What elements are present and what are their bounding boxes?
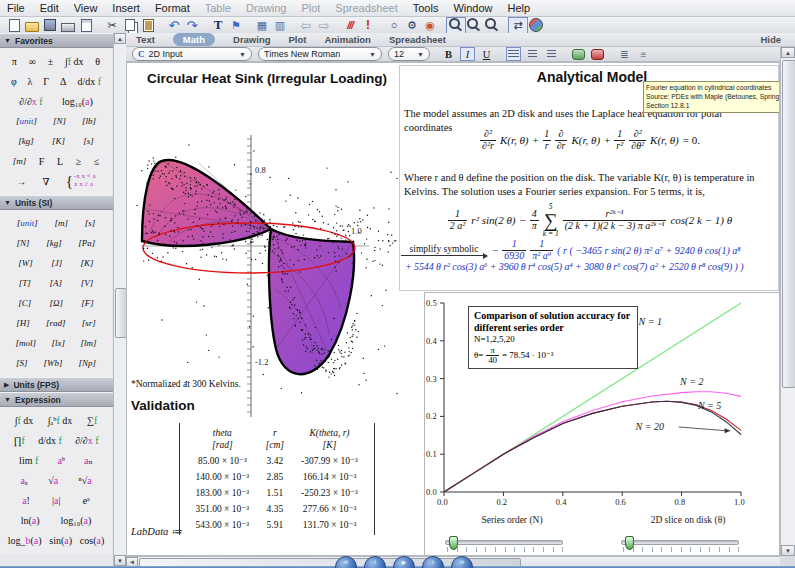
record-icon[interactable]: ◉	[421, 18, 439, 33]
palette-button[interactable]: log₁₀(a)	[59, 515, 92, 526]
palette-button[interactable]: ∇	[42, 176, 51, 187]
palette-button[interactable]: [kg]	[45, 238, 63, 248]
table-row[interactable]: 543.00 × 10⁻³5.91131.70 × 10⁻³	[184, 517, 370, 533]
palette-button[interactable]: ∑f	[86, 415, 98, 426]
table-row[interactable]: 351.00 × 10⁻³4.35277.66 × 10⁻³	[184, 501, 370, 517]
palette-button[interactable]: [N]	[16, 238, 31, 248]
disk-slice-slider[interactable]	[621, 540, 739, 545]
align-center-button[interactable]	[526, 48, 539, 60]
comment-button[interactable]	[572, 48, 585, 60]
palette-button[interactable]: ⁿ√a	[77, 475, 92, 486]
resources-icon[interactable]	[527, 18, 545, 33]
swap-icon[interactable]: ⇄	[509, 18, 527, 33]
palette-button[interactable]: [s]	[82, 136, 95, 146]
palette-button[interactable]: [K]	[51, 136, 66, 146]
palette-button[interactable]: log₁₀(a)	[61, 96, 94, 107]
palette-button[interactable]: ≥	[75, 156, 83, 167]
footnote[interactable]: *Normalized at 300 Kelvins.	[131, 379, 241, 389]
tab-animation[interactable]: Animation	[324, 34, 370, 45]
table-frame-icon[interactable]: ▥	[271, 18, 289, 33]
palette-button[interactable]: [F]	[80, 298, 95, 308]
palette-button[interactable]: [rad]	[45, 318, 67, 328]
redo-icon[interactable]: ↷	[183, 18, 201, 33]
palette-button[interactable]: [Wb]	[42, 358, 63, 368]
tab-plot[interactable]: Plot	[289, 34, 307, 45]
palette-button[interactable]: L	[56, 156, 64, 167]
palette-button[interactable]: log_b(a)	[7, 535, 43, 546]
text-tool-icon[interactable]: T	[209, 18, 227, 33]
palette-button[interactable]: ∏f	[12, 435, 26, 446]
table-row[interactable]: 140.00 × 10⁻³2.85166.14 × 10⁻³	[184, 469, 370, 485]
palette-button[interactable]: d/dx f	[37, 435, 63, 446]
palette-button[interactable]: Γ	[42, 76, 50, 87]
menu-item-view[interactable]: View	[74, 2, 98, 14]
align-right-button[interactable]	[545, 48, 558, 60]
sidebar-scrollbar[interactable]: ▲ ▼	[113, 33, 126, 566]
flag-icon[interactable]: ⚑	[227, 18, 245, 33]
palette-button[interactable]: [m]	[53, 218, 69, 228]
palette-button[interactable]: aₙ	[83, 455, 94, 466]
underline-button[interactable]: U	[480, 48, 493, 60]
palette-button[interactable]: Δ	[59, 76, 67, 87]
cut-icon[interactable]: ✂	[103, 18, 121, 33]
forward-arrow-icon[interactable]: ⇨	[315, 18, 333, 33]
italic-button[interactable]: I	[461, 48, 474, 60]
laplace-equation[interactable]: ∂²∂²r K(r, θ) + 1r ∂∂r K(r, θ) + 1r² ∂²∂…	[404, 129, 776, 151]
palette-button[interactable]: [Pa]	[77, 238, 96, 248]
save-icon[interactable]	[41, 18, 59, 33]
open-folder-icon[interactable]	[23, 18, 41, 33]
palette-button[interactable]: θ	[94, 56, 101, 67]
hide-button[interactable]: Hide	[760, 34, 781, 45]
copy-icon[interactable]	[121, 18, 139, 33]
worksheet-title[interactable]: Circular Heat Sink (Irregular Loading)	[137, 71, 397, 86]
palette-button[interactable]: φ	[10, 76, 18, 87]
series-order-slider[interactable]	[445, 540, 563, 545]
palette-button[interactable]: [unit]	[16, 218, 39, 228]
sidebar-scroll-up-icon[interactable]: ▲	[114, 33, 126, 44]
palette-button[interactable]: lim f	[18, 455, 39, 466]
palette-button[interactable]: [H]	[15, 318, 31, 328]
bold-button[interactable]: B	[442, 48, 455, 60]
palette-button[interactable]: [mol]	[14, 338, 37, 348]
settings-gear-icon[interactable]: ⚙	[403, 18, 421, 33]
table-row[interactable]: 85.00 × 10⁻³3.42-307.99 × 10⁻³	[184, 453, 370, 469]
panel-header-units-si-[interactable]: ▼Units (SI)	[0, 195, 125, 210]
palette-button[interactable]: [lm]	[79, 338, 97, 348]
palette-button[interactable]: [W]	[17, 258, 34, 268]
annotation-button[interactable]	[591, 48, 604, 60]
sidebar-scroll-down-icon[interactable]: ▼	[114, 555, 126, 566]
tab-math[interactable]: Math	[173, 33, 215, 46]
menu-item-window[interactable]: Window	[453, 2, 492, 14]
table-icon[interactable]: ▦	[253, 18, 271, 33]
font-size-selector[interactable]: 12 ▼	[388, 47, 430, 61]
palette-button[interactable]: [A]	[48, 278, 63, 288]
vertical-scrollbar[interactable]: ▲ ▼	[780, 47, 795, 556]
palette-button[interactable]: [kg]	[17, 136, 35, 146]
menu-item-spreadsheet[interactable]: Spreadsheet	[335, 2, 397, 14]
palette-button[interactable]: →	[15, 176, 27, 187]
zoom-area-icon[interactable]	[447, 18, 465, 33]
table-row[interactable]: 183.00 × 10⁻³1.51-250.23 × 10⁻³	[184, 485, 370, 501]
menu-item-tools[interactable]: Tools	[413, 2, 439, 14]
new-document-icon[interactable]	[5, 18, 23, 33]
palette-button[interactable]: aₓ	[19, 475, 28, 486]
palette-button[interactable]: ≤	[93, 156, 101, 167]
palette-button[interactable]: [S]	[15, 358, 29, 368]
back-arrow-icon[interactable]: ⇦	[297, 18, 315, 33]
palette-button[interactable]: [N]	[52, 116, 67, 126]
tab-spreadsheet[interactable]: Spreadsheet	[389, 34, 446, 45]
palette-button[interactable]: {-x x < a x x ≥ a	[65, 173, 97, 190]
menu-item-edit[interactable]: Edit	[40, 2, 59, 14]
menu-item-insert[interactable]: Insert	[112, 2, 140, 14]
validation-heading[interactable]: Validation	[131, 398, 195, 413]
ellipse-tool-icon[interactable]: ○	[385, 18, 403, 33]
zoom-out-icon[interactable]	[483, 18, 501, 33]
palette-button[interactable]: ln(a)	[20, 515, 41, 526]
palette-button[interactable]: λ	[27, 76, 34, 87]
style-selector[interactable]: C 2D Input ▼	[132, 47, 252, 61]
zoom-in-icon[interactable]	[465, 18, 483, 33]
palette-button[interactable]: [unit]	[15, 116, 38, 126]
undo-icon[interactable]: ↶	[165, 18, 183, 33]
palette-button[interactable]: [Ω]	[48, 298, 64, 308]
font-selector[interactable]: Times New Roman ▼	[258, 47, 382, 61]
